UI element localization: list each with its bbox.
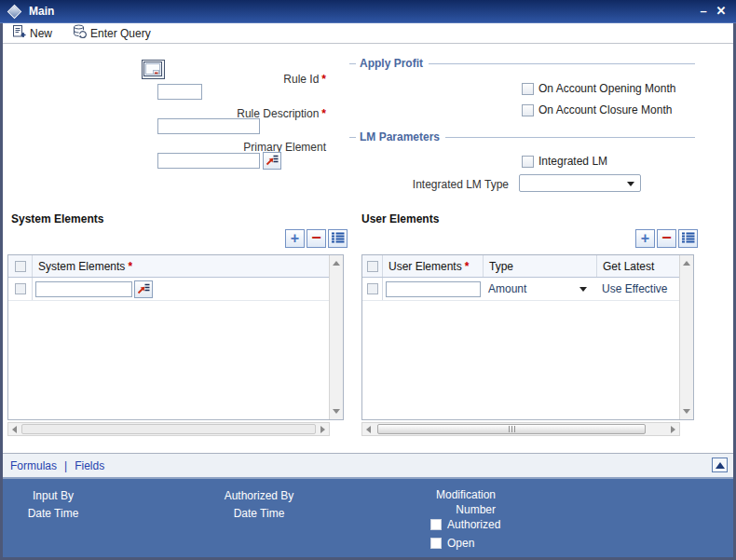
on-account-opening-month-checkbox[interactable] [522, 83, 534, 95]
scrollbar-thumb[interactable] [377, 424, 646, 434]
primary-element-label: Primary Element [186, 141, 326, 154]
scroll-down-icon[interactable] [683, 409, 690, 414]
authorized-date-time-label: Date Time [208, 505, 310, 523]
window-diamond-icon [7, 4, 22, 19]
modification-number-block: Modification Number [402, 487, 496, 517]
type-value: Amount [488, 282, 526, 295]
header-checkbox-cell [8, 255, 33, 277]
number-label: Number [402, 502, 496, 517]
grid-view-icon [332, 230, 345, 247]
new-document-icon [12, 24, 26, 42]
open-label: Open [447, 537, 474, 550]
required-marker: * [321, 107, 326, 120]
primary-element-lov-button[interactable] [263, 152, 281, 170]
system-elements-title: System Elements [11, 212, 103, 225]
required-marker: * [321, 73, 326, 86]
scroll-up-icon[interactable] [683, 261, 690, 266]
scrollbar-thumb[interactable] [21, 424, 316, 434]
row-select-checkbox[interactable] [367, 283, 378, 294]
toolbar: New Enter Query [3, 23, 733, 44]
row-select-checkbox[interactable] [15, 283, 26, 294]
system-elements-table: System Elements* [7, 254, 344, 420]
system-elements-vertical-scrollbar[interactable] [329, 255, 343, 419]
user-element-input[interactable] [386, 281, 481, 297]
authorized-checkbox[interactable] [430, 519, 442, 530]
database-query-icon [73, 24, 87, 42]
chevron-down-icon [579, 287, 587, 292]
type-dropdown[interactable]: Amount [483, 278, 596, 300]
scroll-down-icon[interactable] [333, 409, 340, 414]
integrated-lm-type-dropdown[interactable] [519, 174, 641, 192]
content-area: Rule Id* Rule Description* Primary Eleme… [3, 44, 733, 453]
primary-element-input[interactable] [157, 153, 260, 169]
scroll-left-icon[interactable] [12, 426, 17, 433]
lm-parameters-title: LM Parameters [360, 130, 440, 143]
collapse-up-button[interactable] [712, 458, 728, 472]
type-column-header: Type [484, 255, 597, 277]
plus-icon: + [291, 231, 299, 246]
rule-id-label: Rule Id* [186, 73, 326, 86]
apply-profit-title: Apply Profit [360, 57, 423, 70]
plus-icon: + [641, 231, 649, 246]
select-all-checkbox[interactable] [367, 261, 378, 272]
link-separator: | [64, 459, 67, 472]
enter-query-button-label: Enter Query [90, 27, 151, 40]
system-elements-delete-row-button[interactable]: − [307, 229, 326, 248]
section-rule [445, 137, 695, 138]
rule-description-input[interactable] [157, 118, 260, 134]
lm-parameters-section-header: LM Parameters [349, 130, 695, 143]
authorized-by-block: Authorized By Date Time [208, 487, 310, 523]
new-button[interactable]: New [12, 24, 52, 42]
user-elements-vertical-scrollbar[interactable] [679, 255, 693, 419]
user-elements-add-row-button[interactable]: + [635, 229, 655, 248]
section-dash [349, 137, 356, 138]
user-elements-row: Amount Use Effective [362, 278, 693, 301]
system-element-lov-button[interactable] [134, 280, 153, 298]
close-button[interactable]: ✕ [713, 4, 729, 19]
apply-profit-section-header: Apply Profit [349, 57, 695, 70]
user-elements-column-header: User Elements* [383, 255, 484, 277]
modification-label: Modification [402, 487, 496, 502]
user-elements-delete-row-button[interactable]: − [657, 229, 676, 248]
fields-link[interactable]: Fields [75, 459, 104, 472]
user-elements-horizontal-scrollbar[interactable] [361, 422, 680, 436]
select-all-checkbox[interactable] [15, 261, 26, 272]
system-element-input[interactable] [35, 281, 132, 297]
system-elements-horizontal-scrollbar[interactable] [7, 422, 330, 436]
user-elements-single-view-button[interactable] [678, 229, 698, 248]
chevron-down-icon [627, 182, 634, 186]
section-dash [349, 63, 356, 64]
section-rule [429, 63, 695, 64]
open-row: Open [430, 537, 474, 550]
main-window: Main – ✕ New E [0, 0, 736, 560]
on-account-closure-month-row: On Account Closure Month [522, 103, 672, 116]
row-checkbox-cell [362, 278, 383, 300]
system-elements-single-view-button[interactable] [328, 229, 348, 248]
minus-icon: − [661, 229, 672, 246]
formulas-link[interactable]: Formulas [10, 459, 57, 472]
integrated-lm-row: Integrated LM [522, 155, 607, 168]
links-bar: Formulas | Fields [3, 453, 733, 479]
required-marker: * [128, 260, 132, 273]
scroll-left-icon[interactable] [366, 426, 371, 433]
user-elements-header-row: User Elements* Type Get Latest [362, 255, 693, 278]
integrated-lm-type-label: Integrated LM Type [369, 178, 509, 191]
minimize-button[interactable]: – [695, 4, 712, 19]
rule-id-input[interactable] [157, 84, 202, 100]
scroll-up-icon[interactable] [333, 261, 340, 266]
window-title: Main [29, 5, 54, 18]
grid-view-icon [682, 230, 695, 247]
enter-query-button[interactable]: Enter Query [73, 24, 151, 42]
user-elements-title: User Elements [361, 212, 439, 225]
scroll-right-icon[interactable] [671, 426, 675, 433]
on-account-opening-month-label: On Account Opening Month [538, 82, 675, 95]
authorized-row: Authorized [430, 518, 500, 531]
row-checkbox-cell [8, 278, 33, 300]
system-elements-add-row-button[interactable]: + [285, 229, 305, 248]
on-account-closure-month-checkbox[interactable] [522, 104, 534, 116]
scroll-right-icon[interactable] [320, 426, 325, 433]
form-window-button[interactable] [142, 60, 165, 79]
user-elements-grid-buttons: + − [635, 229, 698, 248]
integrated-lm-checkbox[interactable] [522, 156, 534, 168]
open-checkbox[interactable] [430, 538, 442, 549]
